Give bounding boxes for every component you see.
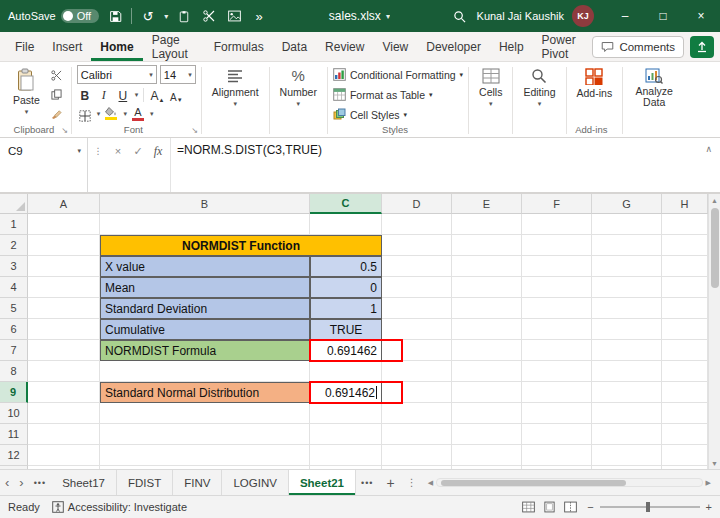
paste-button[interactable]: Paste ▾ (8, 65, 45, 122)
font-color-dropdown-icon[interactable]: ▾ (150, 110, 154, 118)
zoom-slider[interactable] (600, 506, 700, 508)
fill-color-dropdown-icon[interactable]: ▾ (123, 110, 127, 118)
cell-A3[interactable] (28, 256, 100, 277)
normal-view-icon[interactable] (522, 501, 535, 513)
cell-C3[interactable]: 0.5 (310, 256, 382, 277)
cell-D4[interactable] (382, 277, 452, 298)
cell-E11[interactable] (452, 424, 522, 445)
cell-F4[interactable] (522, 277, 592, 298)
cell-D6[interactable] (382, 319, 452, 340)
cell-G7[interactable] (592, 340, 662, 361)
font-dialog-launcher-icon[interactable]: ↘ (191, 126, 198, 135)
horizontal-scrollbar[interactable]: ◀ ▶ (425, 475, 714, 490)
maximize-button[interactable]: □ (644, 0, 682, 32)
cell-A11[interactable] (28, 424, 100, 445)
hidden-sheets-right-icon[interactable]: ••• (356, 470, 378, 495)
cell-F2[interactable] (522, 235, 592, 256)
undo-icon[interactable]: ↺ (139, 7, 157, 25)
cell-E10[interactable] (452, 403, 522, 424)
col-header-C[interactable]: C (310, 194, 382, 214)
menu-tab-home[interactable]: Home (91, 32, 142, 61)
alignment-button[interactable]: Alignment ▾ (207, 65, 264, 108)
cell-H6[interactable] (662, 319, 708, 340)
fill-color-icon[interactable] (103, 105, 119, 122)
scroll-up-icon[interactable]: ▲ (711, 194, 718, 206)
cell-D11[interactable] (382, 424, 452, 445)
avatar[interactable]: KJ (572, 5, 594, 27)
qat-paste-icon[interactable] (175, 7, 193, 25)
sheet-tab-fdist[interactable]: FDIST (117, 470, 173, 495)
minimize-button[interactable]: – (606, 0, 644, 32)
cell-styles-button[interactable]: Cell Styles ▾ (333, 105, 463, 124)
cell-H4[interactable] (662, 277, 708, 298)
cell-G9[interactable] (592, 382, 662, 403)
format-painter-icon[interactable] (48, 105, 66, 122)
borders-icon[interactable] (77, 105, 93, 122)
cell-B3[interactable]: X value (100, 256, 310, 277)
cell-B10[interactable] (100, 403, 310, 424)
menu-tab-view[interactable]: View (373, 32, 417, 61)
cell-B8[interactable] (100, 361, 310, 382)
horizontal-scroll-thumb[interactable] (441, 480, 626, 486)
format-as-table-button[interactable]: Format as Table ▾ (333, 85, 463, 104)
paste-dropdown-icon[interactable]: ▾ (25, 108, 29, 116)
cell-B5[interactable]: Standard Deviation (100, 298, 310, 319)
cell-A13[interactable] (28, 466, 100, 469)
sheet-nav-next-icon[interactable]: › (14, 470, 28, 495)
borders-dropdown-icon[interactable]: ▾ (97, 110, 101, 118)
vertical-scroll-track[interactable] (709, 206, 720, 457)
cell-D12[interactable] (382, 445, 452, 466)
zoom-out-icon[interactable]: − (587, 501, 593, 513)
zoom-in-icon[interactable]: + (706, 501, 712, 513)
cell-C1[interactable] (310, 214, 382, 235)
copy-icon[interactable] (48, 86, 66, 103)
conditional-formatting-button[interactable]: Conditional Formatting ▾ (333, 65, 463, 84)
cell-H5[interactable] (662, 298, 708, 319)
vertical-scroll-thumb[interactable] (711, 208, 719, 288)
menu-tab-page-layout[interactable]: Page Layout (143, 32, 205, 61)
cell-G4[interactable] (592, 277, 662, 298)
underline-button[interactable]: U (115, 86, 131, 103)
cell-G11[interactable] (592, 424, 662, 445)
cell-E6[interactable] (452, 319, 522, 340)
cell-D10[interactable] (382, 403, 452, 424)
cell-C5[interactable]: 1 (310, 298, 382, 319)
cell-F9[interactable] (522, 382, 592, 403)
cell-D9[interactable] (382, 382, 452, 403)
cell-H7[interactable] (662, 340, 708, 361)
save-icon[interactable] (106, 7, 124, 25)
cells-button[interactable]: Cells ▾ (474, 65, 507, 108)
cut-icon[interactable] (48, 67, 66, 84)
cell-C9[interactable]: 0.691462 (310, 382, 382, 403)
cell-E7[interactable] (452, 340, 522, 361)
cell-C12[interactable] (310, 445, 382, 466)
analyze-data-button[interactable]: Analyze Data (628, 65, 680, 108)
cell-H13[interactable] (662, 466, 708, 469)
cell-F11[interactable] (522, 424, 592, 445)
cell-D13[interactable] (382, 466, 452, 469)
cell-A12[interactable] (28, 445, 100, 466)
cell-B7[interactable]: NORMDIST Formula (100, 340, 310, 361)
page-layout-view-icon[interactable] (543, 501, 556, 513)
comments-button[interactable]: Comments (592, 36, 684, 58)
share-button[interactable] (690, 36, 714, 58)
cell-E13[interactable] (452, 466, 522, 469)
cell-G3[interactable] (592, 256, 662, 277)
cell-H12[interactable] (662, 445, 708, 466)
sheet-tab-sheet21[interactable]: Sheet21 (289, 470, 356, 495)
accessibility-status[interactable]: Accessibility: Investigate (52, 501, 187, 513)
cell-B1[interactable] (100, 214, 310, 235)
number-button[interactable]: % Number ▾ (275, 65, 322, 108)
row-header-3[interactable]: 3 (0, 256, 28, 277)
cell-A8[interactable] (28, 361, 100, 382)
cell-B6[interactable]: Cumulative (100, 319, 310, 340)
row-header-9[interactable]: 9 (0, 382, 28, 403)
row-header-11[interactable]: 11 (0, 424, 28, 445)
hidden-sheets-left-icon[interactable]: ••• (29, 470, 51, 495)
cell-G10[interactable] (592, 403, 662, 424)
vertical-scrollbar[interactable]: ▲ ▼ (708, 194, 720, 469)
cell-D2[interactable] (382, 235, 452, 256)
cell-C8[interactable] (310, 361, 382, 382)
cell-G6[interactable] (592, 319, 662, 340)
cell-E2[interactable] (452, 235, 522, 256)
